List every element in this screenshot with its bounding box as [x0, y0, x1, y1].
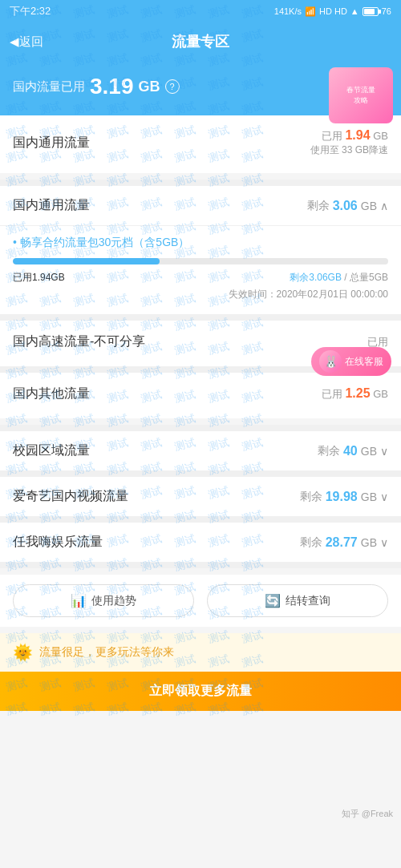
progress-used: 已用1.94GB [13, 271, 65, 285]
entertainment-title: 任我嗨娱乐流量 [13, 534, 103, 551]
iqiyi-title: 爱奇艺国内视频流量 [13, 488, 128, 505]
expand-right: 剩余 3.06 GB ∧ [307, 199, 388, 213]
campus-title: 校园区域流量 [13, 442, 90, 459]
progress-details: 已用1.94GB 剩余3.06GB / 总量5GB [13, 271, 388, 285]
domestic-general-card: 国内通用流量 已用 1.94 GB 使用至 33 GB降速 [0, 115, 401, 173]
iqiyi-chevron-icon: ∨ [380, 491, 388, 503]
entertainment-remaining-label: 剩余 [300, 535, 322, 550]
bottom-buttons: 📊 使用趋势 🔄 结转查询 [0, 575, 401, 627]
progress-bar-fill [13, 258, 160, 264]
service-avatar: 🐰 [319, 350, 342, 373]
footer-banner-text: 流量很足，更多玩法等你来 [39, 645, 174, 660]
high-speed-section: 国内高速流量-不可分享 已用 🐰 在线客服 [0, 321, 401, 366]
remaining-value: 3.06 [333, 199, 358, 213]
divider-4 [0, 425, 401, 431]
other-domestic-value: 1.25 [345, 386, 370, 400]
entertainment-right: 剩余 28.77 GB ∨ [300, 535, 388, 550]
entertainment-row[interactable]: 任我嗨娱乐流量 剩余 28.77 GB ∨ [0, 523, 401, 562]
other-domestic-row: 国内其他流量 已用 1.25 GB [13, 386, 388, 402]
sun-icon: 🌞 [13, 643, 33, 662]
header-used-value: 3.19 [90, 74, 134, 99]
domestic-general-title: 国内通用流量 [13, 135, 90, 151]
cta-button[interactable]: 立即领取更多流量 [0, 672, 401, 711]
transfer-query-button[interactable]: 🔄 结转查询 [207, 584, 388, 617]
remaining-label: 剩余 [307, 199, 330, 213]
battery-level: 76 [382, 6, 391, 16]
transfer-query-label: 结转查询 [286, 594, 330, 608]
other-domestic-usage: 已用 1.25 GB [322, 386, 388, 402]
progress-remaining-total: 剩余3.06GB / 总量5GB [290, 271, 388, 285]
used-value: 1.94 [345, 128, 370, 142]
header-used-unit: GB [139, 79, 160, 95]
back-arrow-icon: ◀ [10, 34, 19, 49]
other-domestic-title: 国内其他流量 [13, 386, 90, 402]
time-display: 下午2:32 [10, 4, 51, 18]
wifi-icon: ▲ [350, 6, 359, 16]
online-service-label: 在线客服 [345, 355, 383, 369]
campus-row[interactable]: 校园区域流量 剩余 40 GB ∨ [0, 431, 401, 470]
package-name: 畅享合约流量包30元档（含5GB） [13, 236, 388, 250]
progress-remaining: 剩余3.06GB [290, 272, 342, 283]
entertainment-chevron-icon: ∨ [380, 536, 388, 549]
divider-7 [0, 562, 401, 568]
signal-icon: 📶 [305, 6, 316, 17]
nav-bar: ◀ 返回 流量专区 [0, 22, 401, 61]
campus-remaining-unit: GB [361, 445, 377, 458]
usage-trend-button[interactable]: 📊 使用趋势 [13, 584, 194, 617]
iqiyi-remaining-label: 剩余 [300, 490, 322, 504]
divider-1 [0, 180, 401, 186]
campus-remaining-label: 剩余 [318, 444, 340, 458]
used-unit: GB [373, 130, 388, 142]
expiry-time: 失效时间：2020年02月01日 00:00:00 [13, 288, 388, 301]
progress-total: 总量5GB [350, 272, 388, 283]
character-decoration: 春节流量攻略 [329, 67, 393, 123]
iqiyi-remaining-value: 19.98 [326, 490, 358, 504]
chevron-up-icon: ∧ [380, 200, 388, 212]
footer-banner: 🌞 流量很足，更多玩法等你来 [0, 633, 401, 672]
progress-bar-container [13, 258, 388, 264]
network-speed: 141K/s [274, 6, 302, 16]
divider-5 [0, 470, 401, 477]
domestic-general-row: 国内通用流量 已用 1.94 GB 使用至 33 GB降速 [13, 128, 388, 157]
zhihu-credit: 知乎 @Freak [342, 808, 393, 820]
domestic-general-usage: 已用 1.94 GB 使用至 33 GB降速 [310, 128, 388, 157]
chart-icon: 📊 [71, 593, 87, 608]
domestic-general-expand-row[interactable]: 国内通用流量 剩余 3.06 GB ∧ [0, 186, 401, 225]
other-domestic-card: 国内其他流量 已用 1.25 GB [0, 373, 401, 418]
iqiyi-remaining-unit: GB [361, 491, 377, 503]
divider-2 [0, 314, 401, 321]
battery-icon [363, 7, 379, 16]
signal-type: HD HD [319, 6, 347, 16]
campus-chevron-icon: ∨ [380, 445, 388, 458]
remaining-unit: GB [361, 200, 377, 212]
package-detail-card: 畅享合约流量包30元档（含5GB） 已用1.94GB 剩余3.06GB / 总量… [0, 225, 401, 314]
page-title: 流量专区 [172, 32, 229, 51]
progress-separator: / [344, 272, 350, 283]
usage-trend-label: 使用趋势 [91, 594, 136, 608]
header-section: 国内流量已用 3.19 GB ? 春节流量攻略 [0, 61, 401, 115]
entertainment-remaining-unit: GB [361, 536, 377, 549]
status-bar: 下午2:32 141K/s 📶 HD HD ▲ 76 [0, 0, 401, 22]
entertainment-remaining-value: 28.77 [326, 535, 358, 550]
online-service-button[interactable]: 🐰 在线客服 [311, 347, 391, 376]
expand-title: 国内通用流量 [13, 197, 90, 214]
back-button[interactable]: ◀ 返回 [10, 34, 43, 50]
campus-remaining-value: 40 [343, 444, 358, 458]
iqiyi-row[interactable]: 爱奇艺国内视频流量 剩余 19.98 GB ∨ [0, 477, 401, 516]
cta-text: 立即领取更多流量 [149, 683, 252, 700]
used-label: 已用 [322, 130, 342, 142]
high-speed-title: 国内高速流量-不可分享 [13, 333, 145, 350]
divider-6 [0, 516, 401, 523]
query-icon: 🔄 [265, 593, 281, 608]
info-icon[interactable]: ? [165, 79, 180, 94]
campus-right: 剩余 40 GB ∨ [318, 444, 388, 458]
header-prefix: 国内流量已用 [13, 79, 85, 95]
speed-limit-note: 使用至 33 GB降速 [310, 143, 388, 157]
iqiyi-right: 剩余 19.98 GB ∨ [300, 490, 388, 504]
